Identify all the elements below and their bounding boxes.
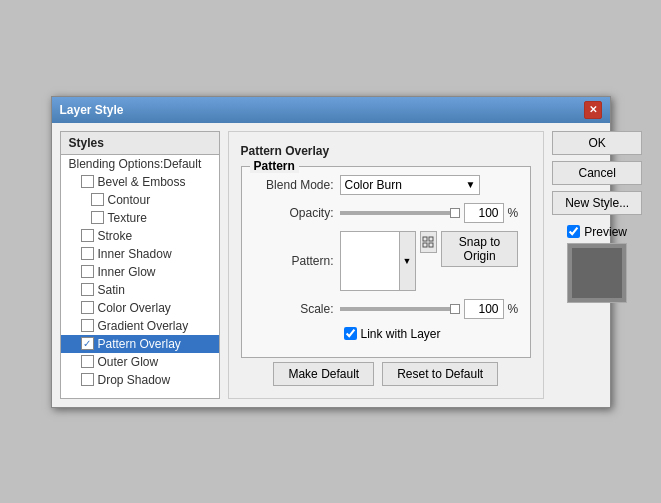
sidebar-item-contour[interactable]: Contour <box>61 191 219 209</box>
blending-options-item[interactable]: Blending Options:Default <box>61 155 219 173</box>
pattern-controls: ▼ Snap to Origin <box>340 231 519 291</box>
bottom-buttons: Make Default Reset to Default <box>241 362 532 386</box>
new-style-button[interactable]: New Style... <box>552 191 642 215</box>
cancel-button[interactable]: Cancel <box>552 161 642 185</box>
gradient-overlay-label: Gradient Overlay <box>98 319 189 333</box>
preview-section: Preview <box>552 225 642 303</box>
preview-thumbnail <box>567 243 627 303</box>
color-overlay-checkbox[interactable] <box>81 301 94 314</box>
bevel-emboss-checkbox[interactable] <box>81 175 94 188</box>
preview-label: Preview <box>584 225 627 239</box>
layer-style-dialog: Layer Style ✕ Styles Blending Options:De… <box>51 96 611 408</box>
content-area: Pattern Overlay Pattern Blend Mode: Colo… <box>228 131 545 399</box>
pattern-label: Pattern: <box>254 254 334 268</box>
opacity-slider-container: % <box>340 203 519 223</box>
pattern-row: Pattern: ▼ <box>254 231 519 291</box>
title-bar: Layer Style ✕ <box>52 97 610 123</box>
close-button[interactable]: ✕ <box>584 101 602 119</box>
opacity-unit: % <box>508 206 519 220</box>
color-overlay-label: Color Overlay <box>98 301 171 315</box>
pattern-overlay-checkbox[interactable] <box>81 337 94 350</box>
scale-unit: % <box>508 302 519 316</box>
make-default-button[interactable]: Make Default <box>273 362 374 386</box>
blend-mode-select-wrapper: Color Burn Normal Multiply Screen Overla… <box>340 175 480 195</box>
ok-button[interactable]: OK <box>552 131 642 155</box>
blend-mode-select[interactable]: Color Burn Normal Multiply Screen Overla… <box>340 175 480 195</box>
left-panel: Styles Blending Options:Default Bevel & … <box>60 131 220 399</box>
contour-label: Contour <box>108 193 151 207</box>
sidebar-item-gradient-overlay[interactable]: Gradient Overlay <box>61 317 219 335</box>
opacity-label: Opacity: <box>254 206 334 220</box>
pattern-dropdown-button[interactable]: ▼ <box>400 231 416 291</box>
preview-checkbox[interactable] <box>567 225 580 238</box>
pattern-picker: ▼ <box>340 231 416 291</box>
drop-shadow-label: Drop Shadow <box>98 373 171 387</box>
scale-label: Scale: <box>254 302 334 316</box>
texture-label: Texture <box>108 211 147 225</box>
inner-glow-checkbox[interactable] <box>81 265 94 278</box>
link-with-layer-checkbox[interactable] <box>344 327 357 340</box>
link-with-layer-row: Link with Layer <box>254 327 519 341</box>
bevel-emboss-label: Bevel & Emboss <box>98 175 186 189</box>
satin-checkbox[interactable] <box>81 283 94 296</box>
satin-label: Satin <box>98 283 125 297</box>
opacity-slider[interactable] <box>340 211 460 215</box>
sidebar-item-stroke[interactable]: Stroke <box>61 227 219 245</box>
styles-header: Styles <box>61 132 219 155</box>
blend-mode-label: Blend Mode: <box>254 178 334 192</box>
stroke-checkbox[interactable] <box>81 229 94 242</box>
opacity-input[interactable] <box>464 203 504 223</box>
drop-shadow-checkbox[interactable] <box>81 373 94 386</box>
inner-shadow-label: Inner Shadow <box>98 247 172 261</box>
sidebar-item-bevel-emboss[interactable]: Bevel & Emboss <box>61 173 219 191</box>
svg-rect-0 <box>423 237 427 241</box>
sidebar-item-satin[interactable]: Satin <box>61 281 219 299</box>
preview-thumb-inner <box>572 248 622 298</box>
pattern-group: Pattern Blend Mode: Color Burn Normal Mu… <box>241 166 532 358</box>
stroke-label: Stroke <box>98 229 133 243</box>
contour-checkbox[interactable] <box>91 193 104 206</box>
svg-rect-3 <box>429 243 433 247</box>
pattern-overlay-label: Pattern Overlay <box>98 337 181 351</box>
opacity-row: Opacity: % <box>254 203 519 223</box>
scale-row: Scale: % <box>254 299 519 319</box>
sidebar-item-pattern-overlay[interactable]: Pattern Overlay <box>61 335 219 353</box>
svg-rect-2 <box>423 243 427 247</box>
scale-slider[interactable] <box>340 307 460 311</box>
section-title: Pattern Overlay <box>241 144 532 158</box>
sidebar-item-texture[interactable]: Texture <box>61 209 219 227</box>
sidebar-item-drop-shadow[interactable]: Drop Shadow <box>61 371 219 389</box>
blend-mode-row: Blend Mode: Color Burn Normal Multiply S… <box>254 175 519 195</box>
pattern-preview[interactable] <box>340 231 400 291</box>
sidebar-item-outer-glow[interactable]: Outer Glow <box>61 353 219 371</box>
scale-slider-container: % <box>340 299 519 319</box>
inner-shadow-checkbox[interactable] <box>81 247 94 260</box>
outer-glow-label: Outer Glow <box>98 355 159 369</box>
gradient-overlay-checkbox[interactable] <box>81 319 94 332</box>
dialog-title: Layer Style <box>60 103 124 117</box>
sidebar-item-inner-glow[interactable]: Inner Glow <box>61 263 219 281</box>
inner-glow-label: Inner Glow <box>98 265 156 279</box>
group-box-title: Pattern <box>250 159 299 173</box>
svg-rect-1 <box>429 237 433 241</box>
scale-input[interactable] <box>464 299 504 319</box>
outer-glow-checkbox[interactable] <box>81 355 94 368</box>
link-with-layer-label: Link with Layer <box>361 327 441 341</box>
right-panel: OK Cancel New Style... Preview <box>552 131 642 399</box>
preview-label-row: Preview <box>567 225 627 239</box>
pattern-icon-button[interactable] <box>420 231 437 253</box>
sidebar-item-inner-shadow[interactable]: Inner Shadow <box>61 245 219 263</box>
main-panel: Pattern Overlay Pattern Blend Mode: Colo… <box>228 131 545 399</box>
dialog-body: Styles Blending Options:Default Bevel & … <box>52 123 610 407</box>
sidebar-item-color-overlay[interactable]: Color Overlay <box>61 299 219 317</box>
texture-checkbox[interactable] <box>91 211 104 224</box>
snap-to-origin-button[interactable]: Snap to Origin <box>441 231 518 267</box>
reset-to-default-button[interactable]: Reset to Default <box>382 362 498 386</box>
